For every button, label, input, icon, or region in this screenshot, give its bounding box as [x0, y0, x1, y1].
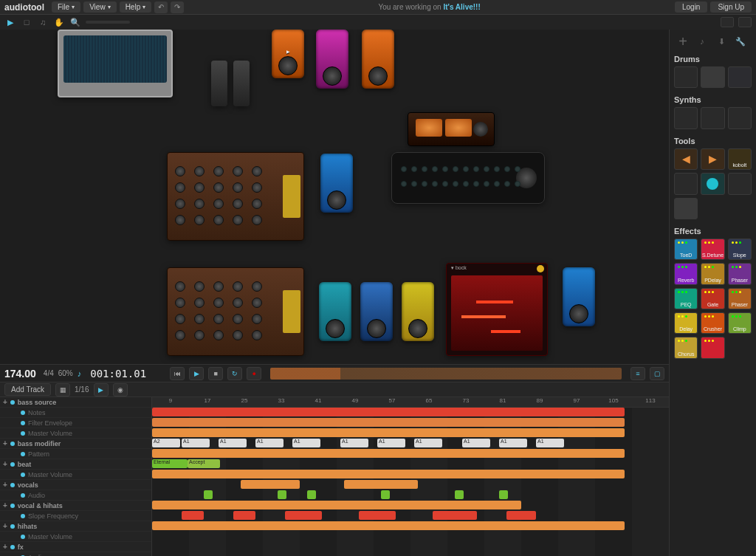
knob[interactable]: [194, 330, 205, 340]
login-button[interactable]: Login: [675, 1, 707, 13]
seq-step[interactable]: [504, 166, 510, 172]
knob[interactable]: [194, 199, 205, 209]
tool-next[interactable]: ▶: [701, 148, 724, 170]
seq-step[interactable]: [453, 166, 458, 172]
desktop-canvas[interactable]: ▶: [0, 30, 669, 364]
track-row[interactable]: +vocal & hihats: [0, 501, 151, 511]
fx-gate[interactable]: Gate: [701, 288, 724, 309]
knob[interactable]: [252, 298, 262, 308]
device-synth-1[interactable]: [167, 152, 304, 241]
expand-icon[interactable]: +: [3, 460, 7, 468]
knob[interactable]: [233, 182, 243, 193]
automation-row[interactable]: Audio: [0, 552, 151, 556]
play-icon[interactable]: ▶: [4, 17, 16, 27]
device-synth-2[interactable]: [167, 267, 304, 356]
knob[interactable]: [213, 215, 224, 225]
knob[interactable]: [175, 298, 185, 308]
knob[interactable]: [233, 298, 243, 308]
seq-step[interactable]: [453, 181, 458, 187]
swing-display[interactable]: 60%: [58, 369, 73, 377]
seq-step[interactable]: [463, 181, 469, 187]
pedal-teal[interactable]: [319, 282, 351, 341]
expand-icon[interactable]: +: [3, 543, 7, 551]
seq-step[interactable]: [422, 181, 427, 187]
search-icon[interactable]: 🔍: [69, 17, 81, 27]
tool-mixer[interactable]: [674, 198, 698, 219]
knob[interactable]: [194, 281, 205, 292]
knob[interactable]: [194, 215, 205, 225]
knob[interactable]: [233, 199, 243, 209]
play-button[interactable]: ▶: [189, 367, 204, 380]
knob[interactable]: [233, 314, 243, 324]
signup-button[interactable]: Sign Up: [710, 1, 752, 13]
device-module-2[interactable]: [233, 61, 250, 106]
seq-step[interactable]: [463, 166, 469, 172]
seq-step[interactable]: [515, 166, 520, 172]
stop-button[interactable]: ■: [208, 367, 223, 380]
knob[interactable]: [213, 330, 224, 340]
fx-delay[interactable]: Delay: [674, 312, 698, 334]
synth-matrix[interactable]: [728, 107, 752, 128]
tempo-display[interactable]: 174.00: [4, 368, 36, 380]
track-row[interactable]: +beat: [0, 459, 151, 470]
knob[interactable]: [252, 199, 262, 209]
time-signature[interactable]: 4/4: [44, 369, 54, 377]
seq-step[interactable]: [442, 181, 448, 187]
seq-step[interactable]: [411, 166, 417, 172]
track-row[interactable]: +bass modifier: [0, 439, 151, 449]
fx-pdelay[interactable]: PDelay: [701, 263, 724, 284]
device-oscilloscope[interactable]: [58, 30, 173, 97]
knob[interactable]: [175, 182, 185, 193]
kobolt[interactable]: kobolt: [728, 148, 752, 170]
knob[interactable]: [194, 314, 205, 324]
device-step-sequencer[interactable]: [391, 152, 545, 204]
knob[interactable]: [252, 330, 262, 340]
knob[interactable]: [194, 182, 205, 193]
knob[interactable]: [175, 330, 185, 340]
fx-crusher[interactable]: Crusher: [701, 312, 724, 334]
menu-file[interactable]: File: [52, 1, 80, 13]
folder-icon[interactable]: ▢: [650, 367, 664, 380]
fx-slope[interactable]: Slope: [728, 238, 752, 260]
knob[interactable]: [194, 298, 205, 308]
seq-step[interactable]: [422, 166, 427, 172]
fx-reverb[interactable]: Reverb: [674, 263, 698, 284]
pedal-blue-2[interactable]: [360, 282, 393, 341]
seq-step[interactable]: [473, 166, 479, 172]
tune-icon[interactable]: ♪: [696, 35, 708, 47]
loop-button[interactable]: ↻: [227, 367, 242, 380]
drum-machine-3[interactable]: [728, 66, 752, 88]
automation-row[interactable]: Master Volume: [0, 428, 151, 439]
minimap-1[interactable]: [721, 17, 734, 27]
knob[interactable]: [213, 199, 224, 209]
knob[interactable]: [233, 330, 243, 340]
automation-row[interactable]: Filter Envelope: [0, 418, 151, 428]
fx-phaser2[interactable]: Phaser: [728, 288, 752, 309]
automation-row[interactable]: Notes: [0, 408, 151, 418]
knob[interactable]: [233, 215, 243, 225]
knob[interactable]: [175, 314, 185, 324]
seq-step[interactable]: [494, 166, 500, 172]
knob[interactable]: [252, 314, 262, 324]
tool-sliders[interactable]: [728, 173, 752, 194]
headphones-icon[interactable]: ♫: [37, 17, 49, 27]
knob[interactable]: [175, 281, 185, 292]
expand-icon[interactable]: +: [3, 522, 7, 530]
expand-icon[interactable]: +: [3, 501, 7, 509]
seq-step[interactable]: [401, 181, 407, 187]
add-track-button[interactable]: Add Track: [4, 383, 51, 396]
pedal-blue-3[interactable]: [563, 267, 595, 326]
tool-rack[interactable]: [674, 173, 698, 194]
pedal-orange-1[interactable]: ▶: [272, 30, 304, 78]
stop-icon[interactable]: □: [21, 17, 32, 27]
knob[interactable]: [252, 182, 262, 193]
drum-machine-1[interactable]: [674, 66, 698, 88]
seq-step[interactable]: [484, 166, 489, 172]
track-row[interactable]: +bass source: [0, 397, 151, 408]
fx-chorus[interactable]: Chorus: [674, 337, 698, 358]
pedal-magenta[interactable]: [316, 30, 348, 89]
knob[interactable]: [175, 166, 185, 176]
download-icon[interactable]: ⬇: [715, 35, 727, 47]
seq-step[interactable]: [494, 181, 500, 187]
knob[interactable]: [194, 166, 205, 176]
